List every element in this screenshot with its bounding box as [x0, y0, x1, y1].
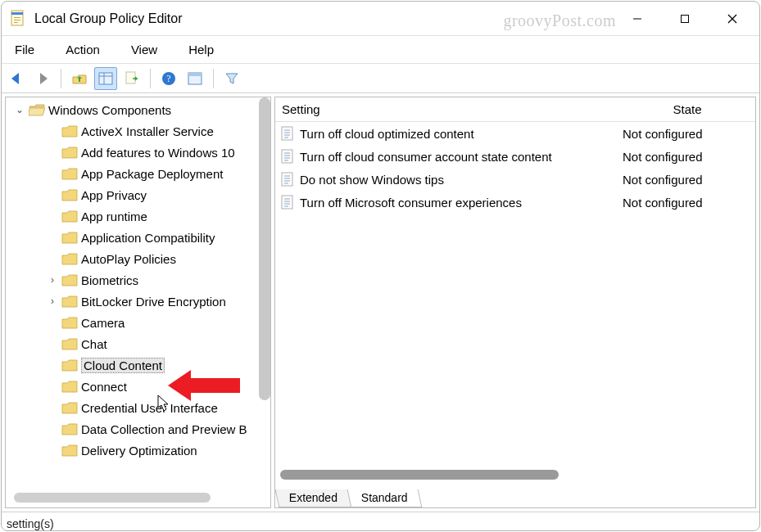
watermark: groovyPost.com [503, 11, 616, 30]
tree-label: App runtime [81, 210, 147, 223]
folder-icon [61, 401, 78, 415]
tree-item[interactable]: AutoPlay Policies [9, 248, 270, 269]
setting-name: Do not show Windows tips [300, 173, 444, 187]
tree-item[interactable]: Delivery Optimization [9, 440, 270, 461]
up-button[interactable] [68, 67, 91, 90]
chevron-right-icon[interactable]: › [47, 295, 58, 307]
chevron-down-icon[interactable]: ⌄ [14, 104, 25, 115]
folder-icon [61, 231, 78, 245]
tree-label: Chat [81, 337, 107, 351]
svg-rect-12 [126, 72, 135, 83]
menu-file[interactable]: File [10, 41, 39, 58]
setting-name: Turn off cloud optimized content [300, 127, 474, 141]
tree-root-item[interactable]: ⌄Windows Components [9, 99, 270, 120]
tree-label: Camera [81, 316, 125, 330]
properties-button[interactable] [183, 67, 206, 90]
tree-label: App Privacy [81, 188, 147, 202]
column-header-state[interactable]: State [619, 102, 755, 116]
menu-view[interactable]: View [126, 41, 162, 58]
tree-item[interactable]: Camera [9, 312, 270, 333]
titlebar: Local Group Policy Editor groovyPost.com [2, 2, 759, 36]
tree-pane[interactable]: ⌄Windows ComponentsActiveX Installer Ser… [5, 97, 271, 508]
tree-label: AutoPlay Policies [81, 252, 176, 266]
tree-item[interactable]: ›BitLocker Drive Encryption [9, 291, 270, 312]
content-scrollbar-horizontal[interactable] [280, 470, 559, 480]
svg-rect-16 [188, 73, 202, 76]
tree-label: Add features to Windows 10 [81, 146, 235, 160]
tree-item[interactable]: ›Biometrics [9, 269, 270, 291]
grid-row[interactable]: Turn off Microsoft consumer experiencesN… [275, 191, 755, 214]
tree-label: Connect [81, 380, 127, 394]
tree-label: Cloud Content [81, 358, 165, 373]
policy-icon [280, 172, 295, 187]
folder-icon [61, 380, 78, 394]
folder-icon [61, 422, 78, 436]
menu-help[interactable]: Help [183, 41, 219, 58]
export-button[interactable] [120, 67, 143, 90]
tree-label: Data Collection and Preview B [81, 422, 247, 436]
folder-icon [61, 358, 78, 372]
content-pane: Setting State Turn off cloud optimized c… [274, 97, 756, 508]
policy-icon [280, 126, 295, 141]
app-icon [10, 10, 26, 28]
details-button[interactable] [94, 67, 117, 90]
chevron-right-icon[interactable]: › [47, 274, 58, 286]
grid-row[interactable]: Turn off cloud consumer account state co… [275, 145, 755, 168]
tree-item[interactable]: App Package Deployment [9, 163, 270, 184]
tree-item[interactable]: Application Compatibility [9, 227, 270, 248]
grid-row[interactable]: Do not show Windows tipsNot configured [275, 168, 755, 191]
tree-label: Application Compatibility [81, 231, 215, 245]
minimize-button[interactable] [614, 2, 661, 35]
svg-rect-9 [99, 73, 112, 84]
grid-row[interactable]: Turn off cloud optimized contentNot conf… [275, 122, 755, 145]
tree-scrollbar-vertical[interactable] [259, 97, 270, 400]
column-header-setting[interactable]: Setting [275, 102, 619, 116]
folder-icon [61, 295, 78, 309]
setting-name: Turn off cloud consumer account state co… [300, 150, 552, 164]
tree-item[interactable]: App Privacy [9, 184, 270, 205]
svg-rect-6 [682, 15, 689, 22]
menu-action[interactable]: Action [61, 41, 105, 58]
tree-scrollbar-horizontal[interactable] [14, 493, 211, 503]
setting-state: Not configured [619, 127, 755, 141]
maximize-button[interactable] [661, 2, 709, 35]
tree-item[interactable]: ActiveX Installer Service [9, 120, 270, 142]
tree-label: Credential User Interface [81, 401, 218, 415]
folder-icon [61, 252, 78, 266]
forward-button[interactable] [31, 67, 54, 90]
tab-extended[interactable]: Extended [275, 489, 352, 507]
tree-item[interactable]: Data Collection and Preview B [9, 418, 270, 440]
tab-standard[interactable]: Standard [347, 489, 423, 507]
tree-item[interactable]: App runtime [9, 205, 270, 227]
cursor-icon [157, 394, 172, 413]
svg-rect-2 [14, 17, 20, 18]
folder-icon [61, 188, 78, 202]
gpedit-window: Local Group Policy Editor groovyPost.com… [1, 1, 760, 531]
svg-rect-3 [14, 20, 20, 20]
help-button[interactable]: ? [157, 67, 180, 90]
folder-icon [61, 210, 78, 223]
folder-icon [61, 124, 78, 138]
folder-icon [61, 167, 78, 181]
tree-label: App Package Deployment [81, 167, 223, 181]
filter-button[interactable] [220, 67, 243, 90]
tree-label: Biometrics [81, 273, 138, 287]
back-button[interactable] [5, 67, 28, 90]
tree-item[interactable]: Add features to Windows 10 [9, 142, 270, 163]
setting-state: Not configured [619, 196, 755, 210]
folder-icon [61, 273, 78, 287]
toolbar: ? [2, 64, 759, 93]
policy-icon [280, 149, 295, 164]
tree-item[interactable]: Credential User Interface [9, 397, 270, 418]
tree-label: BitLocker Drive Encryption [81, 295, 226, 309]
tree-item[interactable]: Chat [9, 333, 270, 354]
close-button[interactable] [709, 2, 756, 35]
tree-item[interactable]: Connect [9, 376, 270, 397]
svg-rect-32 [282, 196, 292, 209]
folder-icon [61, 444, 78, 458]
tree-label: Windows Components [48, 103, 171, 117]
tree-item[interactable]: Cloud Content [9, 354, 270, 376]
grid-header: Setting State [275, 97, 755, 122]
menubar: File Action View Help [2, 36, 759, 64]
policy-icon [280, 195, 295, 210]
